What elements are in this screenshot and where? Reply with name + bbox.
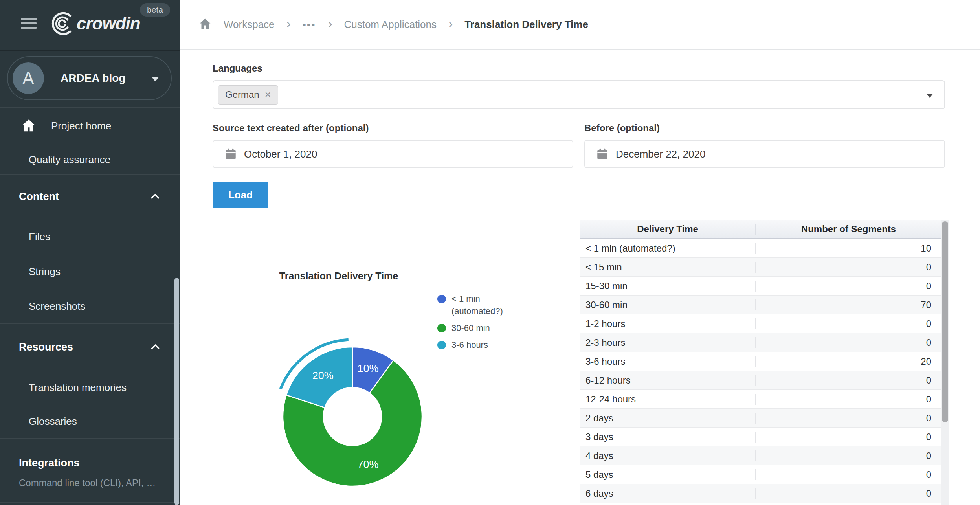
sidebar-scrollbar[interactable]	[174, 278, 179, 505]
slice-percent-label: 70%	[358, 459, 379, 470]
sidebar-item-label: Quality assurance	[29, 154, 110, 166]
table-header: Delivery Time Number of Segments	[580, 220, 941, 239]
segments-cell: 0	[755, 375, 941, 386]
section-label: Resources	[19, 341, 73, 353]
chevron-right-icon: ›	[286, 16, 291, 31]
section-label: Content	[19, 191, 59, 203]
table-row: 30-60 min 70	[580, 296, 941, 314]
after-date-input[interactable]: October 1, 2020	[213, 140, 573, 168]
delivery-time-cell: 12-24 hours	[580, 394, 755, 405]
breadcrumb-custom-applications[interactable]: Custom Applications	[344, 18, 437, 31]
table-row: 4 days 0	[580, 446, 941, 465]
delivery-time-cell: 6-12 hours	[580, 375, 755, 386]
table-row: 12-24 hours 0	[580, 390, 941, 409]
legend-item[interactable]: 30-60 min	[437, 322, 518, 334]
chevron-right-icon: ›	[448, 16, 453, 31]
remove-tag-icon[interactable]: ×	[265, 89, 271, 101]
home-icon	[21, 118, 37, 134]
crowdin-swirl-icon	[48, 11, 73, 36]
delivery-time-cell: 5 days	[580, 469, 755, 480]
crowdin-app: crowdin beta A ARDEA blog Project home Q…	[0, 0, 980, 505]
sidebar-item-glossaries[interactable]: Glossaries	[0, 404, 180, 438]
segments-cell: 0	[755, 337, 941, 348]
slice-percent-label: 10%	[358, 363, 379, 375]
delivery-time-cell: 1-2 hours	[580, 318, 755, 329]
sidebar-section-content[interactable]: Content	[0, 174, 180, 219]
sidebar-item-files[interactable]: Files	[0, 219, 180, 254]
topbar: Workspace › ••• › Custom Applications › …	[180, 0, 980, 50]
languages-label: Languages	[213, 63, 262, 74]
segments-cell: 0	[755, 281, 941, 292]
integrations-subtitle: Command line tool (CLI), API, …	[0, 474, 180, 492]
before-date-input[interactable]: December 22, 2020	[584, 140, 945, 168]
segments-cell: 0	[755, 413, 941, 424]
table-row: 6-12 hours 0	[580, 371, 941, 390]
legend-item[interactable]: < 1 min (automated?)	[437, 293, 518, 317]
legend-label: < 1 min (automated?)	[451, 293, 518, 317]
breadcrumb-workspace[interactable]: Workspace	[224, 18, 275, 31]
breadcrumb-current-page: Translation Delivery Time	[464, 18, 588, 31]
segments-cell: 0	[755, 318, 941, 329]
chevron-up-icon[interactable]	[149, 341, 161, 353]
sidebar-item-quality-assurance[interactable]: Quality assurance	[0, 145, 180, 174]
segments-cell: 0	[755, 394, 941, 405]
caret-down-icon	[151, 77, 159, 81]
legend-dot	[437, 341, 446, 349]
calendar-icon	[224, 147, 238, 161]
sidebar-item-label: Screenshots	[29, 300, 86, 312]
table-row: 3 days 0	[580, 428, 941, 446]
project-name: ARDEA blog	[61, 72, 125, 84]
segments-cell: 0	[755, 262, 941, 273]
table-scrollbar-thumb[interactable]	[942, 221, 948, 422]
home-icon[interactable]	[198, 17, 212, 32]
crowdin-logo[interactable]: crowdin	[48, 11, 140, 36]
sidebar-item-screenshots[interactable]: Screenshots	[0, 289, 180, 323]
delivery-time-cell: 30-60 min	[580, 299, 755, 310]
sidebar: crowdin beta A ARDEA blog Project home Q…	[0, 0, 180, 505]
delivery-time-cell: 6 days	[580, 488, 755, 499]
hamburger-menu-icon[interactable]	[21, 18, 37, 29]
legend-item[interactable]: 3-6 hours	[437, 339, 518, 351]
table-row: 2-3 hours 0	[580, 333, 941, 352]
sidebar-item-label: Strings	[29, 266, 61, 278]
table-row: 3-6 hours 20	[580, 352, 941, 371]
table-row: 6 days 0	[580, 484, 941, 503]
load-button[interactable]: Load	[213, 182, 268, 208]
chevron-up-icon[interactable]	[149, 191, 161, 202]
select-caret-icon	[926, 94, 933, 98]
project-switcher[interactable]: A ARDEA blog	[7, 56, 172, 100]
sidebar-item-label: Translation memories	[29, 382, 127, 394]
legend-dot	[437, 324, 446, 332]
sidebar-item-translation-memories[interactable]: Translation memories	[0, 371, 180, 404]
after-date-label: Source text created after (optional)	[213, 123, 369, 134]
breadcrumb: Workspace › ••• › Custom Applications › …	[198, 0, 588, 49]
delivery-time-cell: < 15 min	[580, 262, 755, 273]
delivery-time-cell: 3-6 hours	[580, 356, 755, 367]
table-row: < 1 min (automated?) 10	[580, 239, 941, 258]
col-header-number-of-segments: Number of Segments	[755, 224, 941, 235]
slice-percent-label: 20%	[312, 370, 334, 382]
breadcrumb-ellipsis[interactable]: •••	[303, 19, 316, 30]
table-row: < 15 min 0	[580, 258, 941, 277]
language-tag-german[interactable]: German ×	[218, 85, 278, 105]
sidebar-item-project-home[interactable]: Project home	[0, 107, 180, 145]
table-body: < 1 min (automated?) 10 < 15 min 0 15-30…	[580, 239, 949, 503]
table-row: 1-2 hours 0	[580, 314, 941, 333]
sidebar-item-strings[interactable]: Strings	[0, 254, 180, 289]
delivery-time-cell: 4 days	[580, 450, 755, 461]
crowdin-wordmark: crowdin	[77, 14, 140, 33]
language-tag-label: German	[225, 89, 259, 100]
chart-title: Translation Delivery Time	[279, 270, 398, 282]
beta-badge: beta	[140, 3, 170, 17]
col-header-delivery-time: Delivery Time	[580, 224, 755, 235]
sidebar-item-label: Project home	[51, 120, 111, 132]
delivery-time-cell: < 1 min (automated?)	[580, 243, 755, 254]
table-scrollbar-track[interactable]	[941, 220, 949, 505]
delivery-time-cell: 15-30 min	[580, 281, 755, 292]
segments-cell: 0	[755, 450, 941, 461]
languages-select[interactable]: German ×	[213, 80, 945, 109]
delivery-time-cell: 2 days	[580, 413, 755, 424]
sidebar-section-resources[interactable]: Resources	[0, 323, 180, 371]
segments-cell: 0	[755, 469, 941, 480]
delivery-time-cell: 2-3 hours	[580, 337, 755, 348]
